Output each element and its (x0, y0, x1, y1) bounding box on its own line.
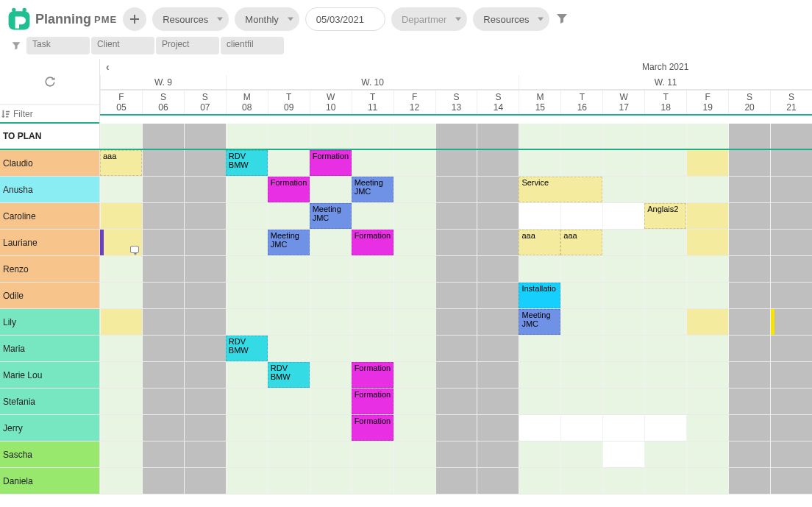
grid-cell[interactable] (477, 203, 519, 229)
grid-cell[interactable] (226, 309, 268, 335)
grid-cell[interactable] (770, 177, 812, 202)
grid-cell[interactable] (435, 309, 477, 335)
grid-cell[interactable] (770, 230, 812, 255)
grid-cell[interactable] (686, 389, 728, 414)
grid-cell[interactable] (310, 442, 352, 467)
grid-cell[interactable] (100, 256, 142, 282)
grid-cell[interactable] (268, 415, 310, 441)
resource-label[interactable]: TO PLAN (0, 124, 100, 149)
grid-cell[interactable] (268, 203, 310, 229)
grid-cell[interactable] (100, 283, 142, 308)
grid-cell[interactable] (477, 256, 519, 282)
grid-cell[interactable] (435, 389, 477, 414)
grid-cell[interactable] (770, 283, 812, 308)
grid-cell[interactable] (519, 389, 560, 414)
grid-cell[interactable] (226, 468, 268, 494)
grid-cell[interactable] (100, 415, 142, 441)
grid-cell[interactable] (435, 468, 477, 494)
grid-cell[interactable] (226, 442, 268, 467)
grid-cell[interactable] (352, 336, 393, 361)
grid-cell[interactable] (310, 124, 352, 149)
grid-cell[interactable] (602, 230, 644, 255)
grid-cell[interactable] (728, 150, 770, 176)
grid-cell[interactable] (477, 468, 519, 494)
grid-cell[interactable] (142, 203, 184, 229)
refresh-button[interactable] (0, 59, 99, 104)
grid-cell[interactable] (393, 230, 435, 255)
grid-cell[interactable] (686, 256, 728, 282)
grid-cell[interactable] (770, 362, 812, 388)
grid-cell[interactable] (268, 336, 310, 361)
grid-cell[interactable] (644, 256, 686, 282)
grid-cell[interactable] (310, 468, 352, 494)
grid-cell[interactable] (770, 309, 812, 335)
grid-cell[interactable] (644, 442, 686, 467)
grid-cell[interactable] (644, 389, 686, 414)
grid-cell[interactable] (644, 177, 686, 202)
grid-cell[interactable] (519, 415, 560, 441)
filter-toggle[interactable] (555, 12, 569, 27)
grid-cell[interactable] (435, 415, 477, 441)
grid-cell[interactable] (770, 124, 812, 149)
grid-cell[interactable] (770, 336, 812, 361)
grid-cell[interactable] (560, 283, 602, 308)
grid-cell[interactable] (686, 362, 728, 388)
grid-cell[interactable] (728, 442, 770, 467)
grid-cell[interactable] (310, 177, 352, 202)
event[interactable]: Anglais2 (644, 203, 686, 229)
grid-cell[interactable] (477, 177, 519, 202)
event[interactable]: RDV BMW (226, 150, 268, 176)
grid-cell[interactable] (477, 124, 519, 149)
grid-cell[interactable] (435, 256, 477, 282)
grid-cell[interactable] (686, 336, 728, 361)
grid-cell[interactable] (728, 389, 770, 414)
grid-cell[interactable] (310, 309, 352, 335)
event[interactable]: Formation (352, 415, 393, 441)
grid-cell[interactable] (519, 362, 560, 388)
grid-cell[interactable] (686, 177, 728, 202)
grid-cell[interactable] (644, 309, 686, 335)
grid-cell[interactable] (728, 468, 770, 494)
filter-clientfil[interactable]: clientfil (221, 37, 284, 54)
grid-cell[interactable] (644, 336, 686, 361)
event[interactable]: aaa (519, 230, 560, 255)
event[interactable]: Meeting JMC (519, 309, 560, 335)
resource-label[interactable]: Lily (0, 309, 100, 335)
grid-cell[interactable] (560, 362, 602, 388)
grid-cell[interactable] (100, 203, 142, 229)
grid-cell[interactable] (728, 256, 770, 282)
grid-cell[interactable] (477, 362, 519, 388)
department-select[interactable]: Departmer (391, 7, 467, 31)
grid-cell[interactable] (100, 177, 142, 202)
grid-cell[interactable] (352, 309, 393, 335)
grid-cell[interactable] (686, 124, 728, 149)
grid-cell[interactable] (226, 283, 268, 308)
grid-cell[interactable] (142, 415, 184, 441)
grid-cell[interactable] (184, 283, 226, 308)
event[interactable]: Formation (310, 150, 352, 176)
grid-cell[interactable] (100, 389, 142, 414)
grid-cell[interactable] (560, 442, 602, 467)
grid-cell[interactable] (184, 203, 226, 229)
grid-cell[interactable] (435, 336, 477, 361)
resources-select[interactable]: Resources (152, 7, 229, 31)
grid-cell[interactable] (770, 203, 812, 229)
prev-button[interactable]: ‹ (106, 61, 110, 73)
grid-cell[interactable] (393, 256, 435, 282)
grid-cell[interactable] (686, 203, 728, 229)
grid-cell[interactable] (100, 230, 142, 255)
grid-cell[interactable] (226, 362, 268, 388)
grid-cell[interactable] (644, 468, 686, 494)
grid-cell[interactable] (226, 389, 268, 414)
grid-cell[interactable] (226, 124, 268, 149)
grid-cell[interactable] (435, 124, 477, 149)
grid-cell[interactable] (602, 124, 644, 149)
grid-cell[interactable] (602, 362, 644, 388)
filter-project[interactable]: Project (156, 37, 219, 54)
grid-cell[interactable] (226, 177, 268, 202)
grid-cell[interactable] (728, 283, 770, 308)
grid-cell[interactable] (728, 309, 770, 335)
grid-cell[interactable] (393, 362, 435, 388)
event[interactable]: RDV BMW (268, 362, 310, 388)
grid-cell[interactable] (184, 389, 226, 414)
